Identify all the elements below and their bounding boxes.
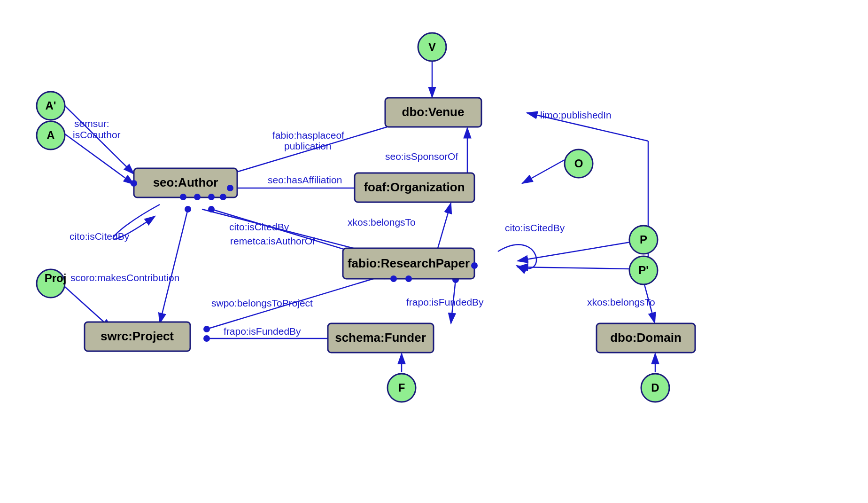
dot-project-funder (203, 335, 210, 342)
dot-a5 (227, 185, 233, 191)
node-org-label: foaf:Organization (364, 180, 465, 194)
label-belongsto-domain: xkos:belongsTo (587, 297, 655, 307)
label-affiliation: seo:hasAffiliation (268, 174, 342, 185)
label-a: A (46, 129, 54, 141)
label-iscoauthor2: isCoauthor (73, 129, 121, 140)
edge-p-paper (518, 242, 630, 261)
label-belongsto-org: xkos:belongsTo (348, 217, 416, 228)
label-sponsor: seo:isSponsorOf (385, 151, 458, 162)
label-proj: Proj (45, 272, 67, 284)
node-author-label: seo:Author (153, 175, 218, 189)
label-paper-self-cited: cito:isCitedBy (505, 222, 565, 233)
label-fundedbby-project: frapo:isFundedBy (224, 326, 301, 337)
dot-p1 (390, 275, 397, 282)
label-aprime: A' (45, 99, 56, 112)
edge-a-author (65, 134, 134, 184)
label-p: P (640, 233, 647, 246)
label-hasplace: fabio:hasplaceof (272, 130, 344, 141)
dot-a1 (180, 194, 186, 200)
label-authorof: remetca:isAuthorOf (230, 236, 315, 246)
edge-pprime-paper (518, 267, 630, 269)
label-f: F (398, 381, 405, 394)
dot-a4 (220, 194, 226, 200)
node-project-label: swrc:Project (101, 329, 174, 343)
label-author-self-cited: cito:isCitedBy (70, 231, 130, 242)
node-funder-label: schema:Funder (335, 330, 426, 345)
dot-author-authorof (208, 206, 215, 212)
label-publication: publication (284, 141, 331, 151)
edge-paper-org (437, 203, 451, 252)
dot-p2 (405, 275, 412, 282)
edge-paper-self (498, 244, 536, 268)
label-iscoauthor: semsur: (74, 118, 109, 129)
dot-a3 (208, 194, 215, 200)
label-o: O (574, 157, 583, 170)
label-belongstoproject: swpo:belongsToProject (211, 298, 313, 308)
edge-author-project-score (160, 209, 188, 323)
label-makes-contribution: scoro:makesContribution (70, 272, 179, 283)
edge-o-org (522, 160, 565, 183)
dot-author-project (185, 206, 191, 212)
label-v: V (428, 40, 436, 53)
label-funded-paper: frapo:isFundedBy (406, 297, 484, 307)
dot-project-paper (203, 326, 210, 332)
node-paper-label: fabio:ResearchPaper (348, 256, 470, 270)
label-d: D (651, 381, 659, 394)
dot-p3 (471, 262, 478, 269)
dot-a6 (131, 180, 137, 187)
dot-a2 (194, 194, 201, 200)
node-venue-label: dbo:Venue (402, 105, 465, 119)
node-domain-label: dbo:Domain (610, 330, 682, 345)
label-publishedin: limo:publishedIn (540, 110, 612, 120)
label-pprime: P' (638, 264, 649, 276)
